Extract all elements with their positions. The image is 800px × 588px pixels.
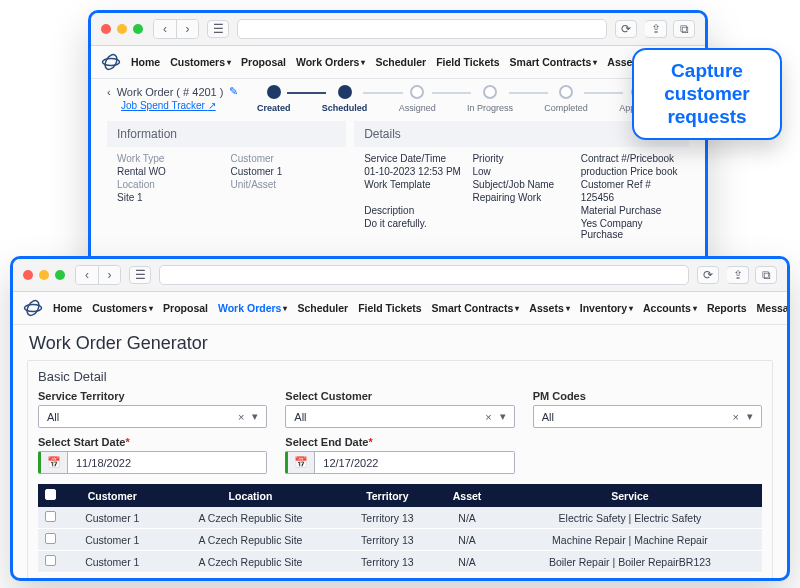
nav-workorders[interactable]: Work Orders▾ bbox=[296, 56, 365, 68]
nav-home[interactable]: Home bbox=[131, 56, 160, 68]
clear-icon[interactable]: × bbox=[733, 411, 739, 423]
nav-proposal[interactable]: Proposal bbox=[163, 302, 208, 314]
label-desc: Description bbox=[364, 205, 462, 216]
sidebar-icon[interactable]: ☰ bbox=[207, 20, 229, 38]
header-location: Location bbox=[163, 484, 339, 507]
value-contract: production Price book bbox=[581, 166, 679, 177]
nav-scheduler[interactable]: Scheduler bbox=[375, 56, 426, 68]
external-link-icon: ↗ bbox=[208, 100, 216, 111]
nav-workorders[interactable]: Work Orders▾ bbox=[218, 302, 287, 314]
cell-asset: N/A bbox=[436, 507, 498, 529]
max-dot[interactable] bbox=[133, 24, 143, 34]
reload-icon[interactable]: ⟳ bbox=[697, 266, 719, 284]
page-title: Work Order Generator bbox=[13, 325, 787, 354]
nav-smartcontracts[interactable]: Smart Contracts▾ bbox=[510, 56, 598, 68]
table-row[interactable]: Customer 1 A Czech Republic Site Territo… bbox=[38, 551, 762, 573]
label-pm: PM Codes bbox=[533, 390, 762, 402]
step-completed[interactable]: Completed bbox=[544, 85, 588, 113]
header-territory: Territory bbox=[338, 484, 436, 507]
label-start-date: Select Start Date* bbox=[38, 436, 267, 448]
share-icon[interactable]: ⇪ bbox=[727, 266, 749, 284]
nav-assets[interactable]: Assets▾ bbox=[529, 302, 569, 314]
select-territory[interactable]: All ×▾ bbox=[38, 405, 267, 428]
basic-detail-card: Basic Detail Service Territory All ×▾ Se… bbox=[27, 360, 773, 581]
reload-icon[interactable]: ⟳ bbox=[615, 20, 637, 38]
panel-details: Details Service Date/Time Priority Contr… bbox=[354, 121, 689, 246]
row-checkbox[interactable] bbox=[45, 555, 56, 566]
header-customer: Customer bbox=[62, 484, 163, 507]
select-customer[interactable]: All ×▾ bbox=[285, 405, 514, 428]
date-end[interactable]: 📅 12/17/2022 bbox=[285, 451, 514, 474]
close-dot[interactable] bbox=[23, 270, 33, 280]
nav-fieldtickets[interactable]: Field Tickets bbox=[358, 302, 421, 314]
select-pm[interactable]: All ×▾ bbox=[533, 405, 762, 428]
chevron-down-icon: ▾ bbox=[252, 410, 258, 423]
value-desc: Do it carefully. bbox=[364, 218, 462, 240]
label-subject: Subject/Job Name bbox=[472, 179, 570, 190]
share-icon[interactable]: ⇪ bbox=[645, 20, 667, 38]
nav-reports[interactable]: Reports bbox=[707, 302, 747, 314]
nav-customers[interactable]: Customers▾ bbox=[92, 302, 153, 314]
nav-proposal[interactable]: Proposal bbox=[241, 56, 286, 68]
step-assigned[interactable]: Assigned bbox=[399, 85, 436, 113]
label-material: Material Purchase bbox=[581, 205, 679, 216]
label-customer: Select Customer bbox=[285, 390, 514, 402]
header-asset: Asset bbox=[436, 484, 498, 507]
nav-scheduler[interactable]: Scheduler bbox=[297, 302, 348, 314]
max-dot[interactable] bbox=[55, 270, 65, 280]
back-icon[interactable]: ‹ bbox=[154, 20, 176, 38]
callout-line: Capture bbox=[646, 60, 768, 83]
callout-bubble: Capture customer requests bbox=[632, 48, 782, 140]
nav-fieldtickets[interactable]: Field Tickets bbox=[436, 56, 499, 68]
clear-icon[interactable]: × bbox=[485, 411, 491, 423]
calendar-icon: 📅 bbox=[41, 452, 68, 473]
header-service: Service bbox=[498, 484, 762, 507]
nav-accounts[interactable]: Accounts▾ bbox=[643, 302, 697, 314]
clear-icon[interactable]: × bbox=[238, 411, 244, 423]
table-row[interactable]: Customer 1 A Czech Republic Site Territo… bbox=[38, 507, 762, 529]
results-table: Customer Location Territory Asset Servic… bbox=[38, 484, 762, 573]
nav-inventory[interactable]: Inventory▾ bbox=[580, 302, 633, 314]
edit-icon[interactable]: ✎ bbox=[229, 85, 238, 98]
cell-territory: Territory 13 bbox=[338, 507, 436, 529]
label-unit: Unit/Asset bbox=[231, 179, 337, 190]
step-inprogress[interactable]: In Progress bbox=[467, 85, 513, 113]
url-bar[interactable] bbox=[159, 265, 689, 285]
progress-stepper: Created Scheduled Assigned In Progress C… bbox=[257, 85, 689, 113]
chevron-down-icon: ▾ bbox=[149, 304, 153, 313]
tabs-icon[interactable]: ⧉ bbox=[755, 266, 777, 284]
svg-point-3 bbox=[25, 299, 42, 318]
tabs-icon[interactable]: ⧉ bbox=[673, 20, 695, 38]
label-territory: Service Territory bbox=[38, 390, 267, 402]
forward-icon[interactable]: › bbox=[98, 266, 120, 284]
nav-smartcontracts[interactable]: Smart Contracts▾ bbox=[432, 302, 520, 314]
window-work-order-detail: ‹ › ☰ ⟳ ⇪ ⧉ Home Customers▾ Proposal Wor… bbox=[88, 10, 708, 280]
row-checkbox[interactable] bbox=[45, 511, 56, 522]
back-arrow-icon[interactable]: ‹ bbox=[107, 86, 111, 98]
logo-icon bbox=[101, 52, 121, 72]
date-start[interactable]: 📅 11/18/2022 bbox=[38, 451, 267, 474]
forward-icon[interactable]: › bbox=[176, 20, 198, 38]
chevron-down-icon: ▾ bbox=[593, 58, 597, 67]
url-bar[interactable] bbox=[237, 19, 607, 39]
row-checkbox[interactable] bbox=[45, 533, 56, 544]
nav-home[interactable]: Home bbox=[53, 302, 82, 314]
step-created[interactable]: Created bbox=[257, 85, 291, 113]
cell-service: Machine Repair | Machine Repair bbox=[498, 529, 762, 551]
nav-customers[interactable]: Customers▾ bbox=[170, 56, 231, 68]
table-row[interactable]: Customer 1 A Czech Republic Site Territo… bbox=[38, 529, 762, 551]
min-dot[interactable] bbox=[39, 270, 49, 280]
cell-territory: Territory 13 bbox=[338, 551, 436, 573]
close-dot[interactable] bbox=[101, 24, 111, 34]
min-dot[interactable] bbox=[117, 24, 127, 34]
breadcrumb-title: Work Order ( # 4201 ) bbox=[117, 86, 224, 98]
label-cref: Customer Ref # bbox=[581, 179, 679, 190]
back-icon[interactable]: ‹ bbox=[76, 266, 98, 284]
cell-service: Boiler Repair | Boiler RepairBR123 bbox=[498, 551, 762, 573]
sidebar-icon[interactable]: ☰ bbox=[129, 266, 151, 284]
nav-messages[interactable]: Messages bbox=[757, 302, 790, 314]
window-controls bbox=[101, 24, 143, 34]
header-checkbox[interactable] bbox=[38, 484, 62, 507]
cell-location: A Czech Republic Site bbox=[163, 529, 339, 551]
step-scheduled[interactable]: Scheduled bbox=[322, 85, 368, 113]
